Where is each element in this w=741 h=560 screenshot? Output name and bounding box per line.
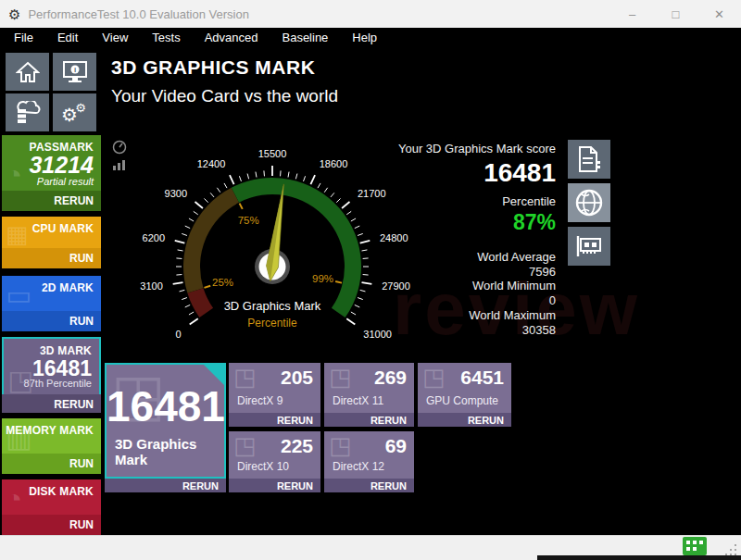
monitor-ghost-icon: ▭ (6, 281, 31, 309)
directx12-label: DirectX 12 (333, 460, 384, 473)
disk-gauge-ghost-icon: ◔ (6, 485, 22, 513)
directx11-label: DirectX 11 (333, 394, 383, 407)
percentile-tick (240, 204, 243, 209)
result-tile-directx11[interactable]: ◳ 269 DirectX 11 (324, 363, 414, 413)
gauge-tick (230, 175, 234, 184)
gauge-tick-label: 0 (176, 329, 182, 340)
result-tile-directx9[interactable]: ◳ 205 DirectX 9 (229, 363, 320, 413)
document-icon (577, 145, 601, 173)
sidebar-tile-passmark[interactable]: ◔ PASSMARK 31214 Partial result (2, 135, 101, 191)
passmark-rerun-button[interactable]: RERUN (2, 191, 101, 211)
gauge-tick (180, 290, 185, 292)
directx12-rerun-button[interactable]: RERUN (324, 479, 414, 492)
cpu-chip-ghost-icon: ▦ (6, 222, 29, 246)
gauge-tick (195, 202, 203, 208)
3d-shapes-ghost-icon: ◳ (422, 365, 446, 389)
cpu-run-button[interactable]: RUN (2, 248, 101, 268)
menu-bar: File Edit View Tests Advanced Baseline H… (0, 28, 741, 47)
directx12-value: 69 (385, 435, 407, 457)
system-info-button[interactable]: i (53, 53, 96, 91)
gauge-tick (185, 305, 190, 307)
gauge-tick (256, 172, 257, 178)
directx9-rerun-button[interactable]: RERUN (229, 413, 320, 427)
sidebar-tile-3d-mark[interactable]: ◳ 3D MARK 16481 87th Percentile (2, 337, 101, 398)
2d-run-button[interactable]: RUN (2, 311, 101, 331)
report-button[interactable] (568, 140, 610, 179)
gauge-tick (224, 183, 227, 188)
3d-rerun-button[interactable]: RERUN (2, 394, 101, 413)
page-title: 3D GRAPHICS MARK (111, 56, 315, 79)
gauge-tick (176, 258, 182, 259)
world-maximum-label: World Maximum (343, 308, 556, 323)
score-value: 16481 (343, 158, 556, 188)
sidebar-tile-cpu-mark[interactable]: ▦ CPU MARK (2, 217, 101, 248)
3d-mark-percentile: 87th Percentile (24, 378, 92, 389)
result-tile-directx10[interactable]: ◳ 225 DirectX 10 (229, 431, 320, 479)
baseline-cloud-button[interactable] (6, 93, 49, 131)
menu-file[interactable]: File (2, 29, 45, 46)
percentile-value: 87% (343, 210, 556, 235)
world-average-label: World Average (343, 250, 556, 265)
menu-edit[interactable]: Edit (45, 29, 90, 46)
directx10-value: 225 (281, 435, 313, 457)
menu-help[interactable]: Help (340, 29, 389, 46)
gauge-title: 3D Graphics Mark (224, 299, 321, 313)
resize-grip[interactable] (725, 544, 736, 555)
sidebar-tile-memory-mark[interactable]: ▥ MEMORY MARK (2, 418, 101, 454)
3d-shapes-ghost-icon: ◳ (329, 433, 352, 457)
directx10-label: DirectX 10 (237, 460, 289, 473)
memory-mark-label: MEMORY MARK (6, 424, 94, 437)
result-tile-directx12[interactable]: ◳ 69 DirectX 12 (324, 431, 414, 479)
menu-advanced[interactable]: Advanced (193, 29, 270, 46)
gpu-compute-value: 6451 (460, 367, 504, 389)
gears-icon: ⚙ ⚙ (62, 101, 88, 125)
video-card-info-button[interactable] (568, 227, 610, 266)
gauge-tick (264, 170, 265, 176)
directx10-rerun-button[interactable]: RERUN (229, 479, 320, 492)
gauge-tick-label: 15500 (258, 148, 287, 159)
gauge-tick (318, 183, 320, 188)
gauge-tick (247, 174, 249, 180)
gauge-tick (189, 218, 194, 221)
minimize-icon[interactable]: – (610, 0, 654, 28)
result-tile-gpu-compute[interactable]: ◳ 6451 GPU Compute (418, 363, 511, 413)
close-icon[interactable]: ✕ (697, 0, 741, 28)
main-rerun-button[interactable]: RERUN (105, 479, 226, 492)
svg-text:⚙: ⚙ (75, 101, 86, 115)
world-maximum-value: 30358 (343, 323, 556, 338)
gauge-tick (194, 211, 198, 214)
menu-view[interactable]: View (90, 29, 140, 46)
maximize-icon[interactable]: □ (654, 0, 697, 28)
gauge-tick-label: 9300 (165, 188, 187, 199)
menu-baseline[interactable]: Baseline (270, 29, 340, 46)
gauge-tick (336, 198, 340, 202)
sidebar-tile-2d-mark[interactable]: ▭ 2D MARK (2, 276, 101, 311)
gauge-tick (190, 318, 198, 324)
gauge-tick (175, 241, 185, 243)
result-tile-3d-graphics-mark[interactable]: ◳ 16481 3D Graphics Mark (105, 363, 226, 479)
3d-shapes-ghost-icon: ◳ (329, 365, 352, 389)
sidebar-tile-disk-mark[interactable]: ◔ DISK MARK (2, 479, 101, 515)
gauge-tick (176, 275, 182, 276)
world-minimum-value: 0 (343, 293, 556, 308)
menu-tests[interactable]: Tests (140, 29, 192, 46)
percentile-mark-label: 75% (238, 215, 259, 226)
svg-text:i: i (73, 66, 75, 74)
page-subtitle: Your Video Card vs the world (111, 86, 338, 106)
gauge-tick (210, 193, 214, 197)
gpu-compute-rerun-button[interactable]: RERUN (418, 413, 511, 427)
memory-run-button[interactable]: RUN (2, 454, 101, 474)
score-panel: Your 3D Graphics Mark score 16481 Percen… (343, 142, 556, 337)
preferences-button[interactable]: ⚙ ⚙ (53, 93, 96, 131)
directx11-rerun-button[interactable]: RERUN (324, 413, 414, 427)
gauge-tick (304, 176, 306, 181)
home-button[interactable] (6, 53, 49, 91)
gauge-tick (182, 298, 187, 300)
speedometer-ghost-icon: ◔ (6, 161, 22, 189)
directx11-value: 269 (374, 367, 407, 389)
disk-run-button[interactable]: RUN (2, 515, 101, 535)
world-results-button[interactable] (568, 183, 610, 222)
tray-icon[interactable] (683, 537, 707, 555)
gauge-tick (281, 170, 282, 176)
result-main-value: 16481 (107, 381, 224, 431)
